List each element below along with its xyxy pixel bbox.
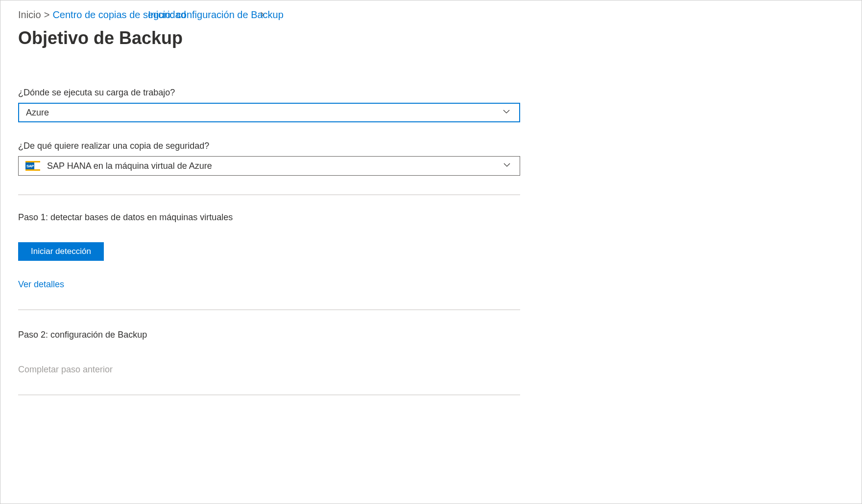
divider [18, 194, 520, 195]
backup-type-dropdown-value: SAP HANA en la máquina virtual de Azure [47, 161, 212, 171]
view-details-link[interactable]: Ver detalles [18, 279, 64, 290]
divider [18, 394, 520, 395]
form-section: ¿Dónde se ejecuta su carga de trabajo? A… [18, 88, 520, 395]
chevron-down-icon [503, 161, 513, 171]
page-title: Objetivo de Backup [18, 28, 844, 48]
backup-type-label: ¿De qué quiere realizar una copia de seg… [18, 141, 520, 151]
workload-dropdown[interactable]: Azure [18, 103, 520, 122]
start-discovery-button[interactable]: Iniciar detección [18, 242, 104, 261]
step2-disabled-text: Completar paso anterior [18, 365, 520, 375]
breadcrumb-home[interactable]: Inicio [18, 9, 41, 21]
step1-heading: Paso 1: detectar bases de datos en máqui… [18, 212, 520, 223]
divider [18, 309, 520, 310]
sap-icon: SAP [25, 161, 40, 171]
breadcrumb-link-backup-config[interactable]: Inicio: configuración de Backup [148, 9, 284, 21]
workload-dropdown-value: Azure [26, 108, 49, 118]
step2-heading: Paso 2: configuración de Backup [18, 330, 520, 340]
backup-type-dropdown[interactable]: SAP SAP HANA en la máquina virtual de Az… [18, 156, 520, 176]
breadcrumb: Inicio > Centro de copias de seguridad I… [18, 9, 844, 21]
breadcrumb-separator: > [44, 9, 50, 21]
chevron-down-icon [503, 108, 512, 117]
workload-label: ¿Dónde se ejecuta su carga de trabajo? [18, 88, 520, 98]
